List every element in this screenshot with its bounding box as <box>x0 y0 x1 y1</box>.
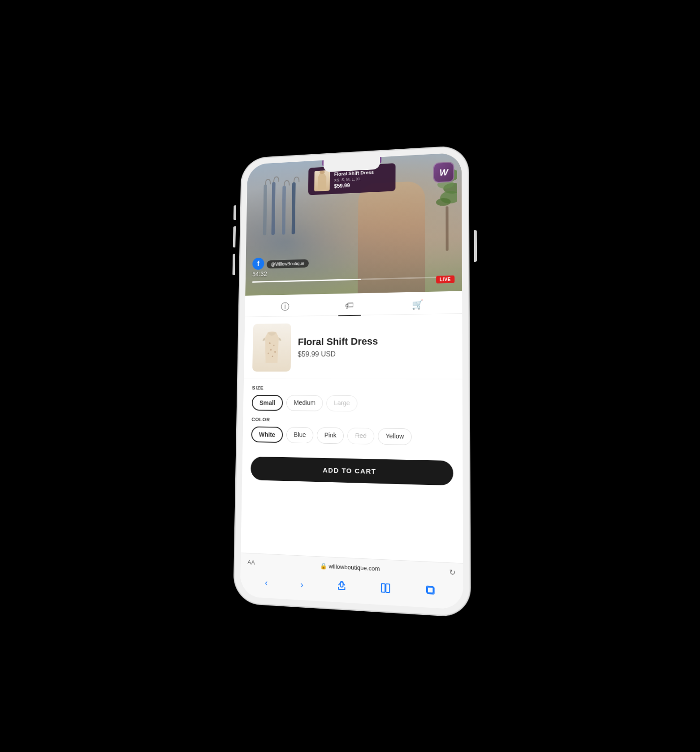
svg-rect-3 <box>292 182 296 234</box>
color-chip-blue[interactable]: Blue <box>286 427 314 444</box>
svg-rect-2 <box>282 186 286 235</box>
add-to-cart-button[interactable]: ADD TO CART <box>251 456 453 485</box>
tab-cart[interactable]: 🛒 <box>404 297 430 311</box>
banner-product-price: $59.99 <box>334 181 374 189</box>
avatar-letter: W <box>440 167 448 178</box>
size-chips: Small Medium Large <box>252 395 453 412</box>
product-thumbnail <box>252 324 291 372</box>
share-button[interactable] <box>337 580 346 593</box>
phone-screen: Click the shopping icon to buy Floral Sh… <box>240 152 463 609</box>
color-chip-red[interactable]: Red <box>347 428 374 444</box>
forward-button[interactable]: › <box>300 579 303 590</box>
product-name: Floral Shift Dress <box>298 336 378 348</box>
svg-rect-0 <box>263 185 267 236</box>
svg-rect-9 <box>445 206 448 251</box>
bookmarks-button[interactable] <box>380 583 391 596</box>
color-chip-pink[interactable]: Pink <box>317 427 344 444</box>
facebook-handle: @WillowBoutique <box>267 259 309 268</box>
avatar-badge: W <box>433 162 454 183</box>
browser-refresh-button[interactable]: ↻ <box>449 568 455 577</box>
browser-aa-button[interactable]: AA <box>247 559 255 566</box>
color-label: COLOR <box>251 417 453 424</box>
banner-info: Floral Shift Dress XS, S, M, L, XL $59.9… <box>334 169 374 189</box>
phone-shell: Click the shopping icon to buy Floral Sh… <box>234 146 470 617</box>
tabs-button[interactable] <box>425 585 436 598</box>
live-badge: LIVE <box>436 275 454 283</box>
color-chips: White Blue Pink Red Yellow <box>251 426 453 445</box>
svg-rect-18 <box>381 583 385 592</box>
product-price: $59.99 USD <box>298 350 378 359</box>
video-timer: 54:32 <box>252 270 267 277</box>
svg-rect-19 <box>386 584 389 592</box>
size-chip-small[interactable]: Small <box>252 395 283 411</box>
volume-up-button <box>233 226 236 247</box>
product-info: Floral Shift Dress $59.99 USD <box>298 322 378 372</box>
size-chip-large[interactable]: Large <box>326 395 357 412</box>
scene: Click the shopping icon to buy Floral Sh… <box>0 0 700 752</box>
options-section: SIZE Small Medium Large COLOR White Blue… <box>242 379 462 459</box>
back-button[interactable]: ‹ <box>265 577 268 588</box>
tag-icon: 🏷 <box>345 300 354 311</box>
woman-figure <box>358 181 425 293</box>
lock-icon: 🔒 <box>320 562 327 570</box>
size-chip-medium[interactable]: Medium <box>286 395 323 411</box>
volume-down-button <box>233 254 235 275</box>
banner-product-thumbnail <box>314 170 330 192</box>
silent-button <box>233 205 236 220</box>
cart-icon: 🛒 <box>412 299 423 310</box>
product-dress-image <box>259 328 285 367</box>
power-button <box>474 230 477 262</box>
tab-info[interactable]: ⓘ <box>274 299 296 315</box>
clothes-hangers <box>259 174 310 244</box>
svg-point-8 <box>436 198 451 206</box>
url-text: willowboutique.com <box>328 563 380 572</box>
color-chip-yellow[interactable]: Yellow <box>378 428 412 445</box>
size-label: SIZE <box>252 385 453 391</box>
video-section: Click the shopping icon to buy Floral Sh… <box>245 152 462 296</box>
info-icon: ⓘ <box>281 301 289 312</box>
svg-rect-1 <box>271 182 275 235</box>
tab-tag[interactable]: 🏷 <box>338 298 361 312</box>
color-chip-white[interactable]: White <box>251 426 283 443</box>
product-section: Floral Shift Dress $59.99 USD <box>244 314 462 379</box>
